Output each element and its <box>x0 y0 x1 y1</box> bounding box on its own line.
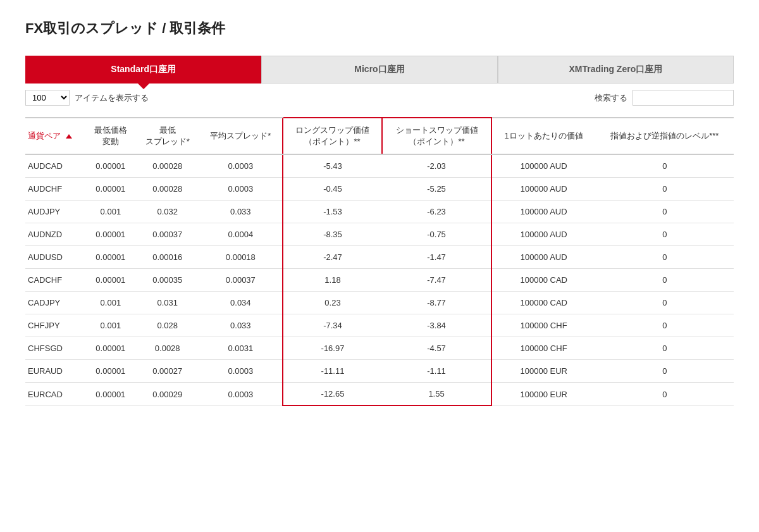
cell-stop-level: 0 <box>596 223 734 246</box>
items-per-page-select[interactable]: 100 50 25 <box>25 90 70 106</box>
th-avg-spread: 平均スプレッド* <box>199 118 283 154</box>
cell-lot-value: 100000 AUD <box>491 201 596 223</box>
cell-min-spread: 0.0028 <box>136 337 199 360</box>
cell-long-swap: -11.11 <box>283 360 382 383</box>
search-input[interactable] <box>632 90 734 106</box>
cell-min-change: 0.00001 <box>85 383 135 406</box>
th-pair[interactable]: 通貨ペア <box>25 118 85 154</box>
cell-lot-value: 100000 EUR <box>491 383 596 406</box>
cell-min-spread: 0.00016 <box>136 246 199 269</box>
table-row: EURCAD 0.00001 0.00029 0.0003 -12.65 1.5… <box>25 383 734 406</box>
table-row: EURAUD 0.00001 0.00027 0.0003 -11.11 -1.… <box>25 360 734 383</box>
cell-long-swap: -2.47 <box>283 246 382 269</box>
items-per-page-control: 100 50 25 アイテムを表示する <box>25 90 149 106</box>
cell-avg-spread: 0.0003 <box>199 178 283 201</box>
cell-short-swap: -2.03 <box>382 154 491 178</box>
cell-min-change: 0.00001 <box>85 360 135 383</box>
cell-short-swap: -1.47 <box>382 246 491 269</box>
cell-avg-spread: 0.0004 <box>199 223 283 246</box>
cell-lot-value: 100000 AUD <box>491 246 596 269</box>
cell-min-change: 0.00001 <box>85 337 135 360</box>
tab-micro[interactable]: Micro口座用 <box>261 56 497 84</box>
page-title: FX取引のスプレッド / 取引条件 <box>25 19 734 38</box>
sort-arrow-icon <box>66 134 72 139</box>
cell-long-swap: -12.65 <box>283 383 382 406</box>
cell-stop-level: 0 <box>596 383 734 406</box>
table-row: AUDCHF 0.00001 0.00028 0.0003 -0.45 -5.2… <box>25 178 734 201</box>
cell-min-spread: 0.032 <box>136 201 199 223</box>
cell-pair: CHFSGD <box>25 337 85 360</box>
search-area: 検索する <box>595 90 734 106</box>
toolbar: 100 50 25 アイテムを表示する 検索する <box>25 90 734 106</box>
cell-min-spread: 0.00029 <box>136 383 199 406</box>
cell-pair: AUDJPY <box>25 201 85 223</box>
cell-stop-level: 0 <box>596 269 734 292</box>
cell-short-swap: 1.55 <box>382 383 491 406</box>
cell-pair: AUDNZD <box>25 223 85 246</box>
cell-short-swap: -7.47 <box>382 269 491 292</box>
th-min-change: 最低価格 変動 <box>85 118 135 154</box>
cell-pair: EURCAD <box>25 383 85 406</box>
cell-min-change: 0.001 <box>85 292 135 314</box>
table-row: CADCHF 0.00001 0.00035 0.00037 1.18 -7.4… <box>25 269 734 292</box>
cell-min-spread: 0.00037 <box>136 223 199 246</box>
cell-pair: AUDCHF <box>25 178 85 201</box>
table-row: AUDCAD 0.00001 0.00028 0.0003 -5.43 -2.0… <box>25 154 734 178</box>
cell-min-spread: 0.00028 <box>136 178 199 201</box>
cell-stop-level: 0 <box>596 292 734 314</box>
cell-long-swap: -5.43 <box>283 154 382 178</box>
table-row: CHFJPY 0.001 0.028 0.033 -7.34 -3.84 100… <box>25 314 734 337</box>
cell-long-swap: -8.35 <box>283 223 382 246</box>
cell-min-change: 0.00001 <box>85 246 135 269</box>
th-lot-value: 1ロットあたりの価値 <box>491 118 596 154</box>
cell-lot-value: 100000 AUD <box>491 178 596 201</box>
cell-avg-spread: 0.0031 <box>199 337 283 360</box>
cell-short-swap: -3.84 <box>382 314 491 337</box>
cell-min-spread: 0.00028 <box>136 154 199 178</box>
cell-lot-value: 100000 CAD <box>491 292 596 314</box>
th-stop-level: 指値および逆指値のレベル*** <box>596 118 734 154</box>
cell-long-swap: -7.34 <box>283 314 382 337</box>
cell-min-change: 0.00001 <box>85 178 135 201</box>
cell-short-swap: -4.57 <box>382 337 491 360</box>
th-short-swap: ショートスワップ価値 （ポイント）** <box>382 118 491 154</box>
cell-avg-spread: 0.0003 <box>199 154 283 178</box>
cell-stop-level: 0 <box>596 201 734 223</box>
tab-standard[interactable]: Standard口座用 <box>25 56 261 84</box>
cell-short-swap: -1.11 <box>382 360 491 383</box>
cell-long-swap: 1.18 <box>283 269 382 292</box>
cell-min-change: 0.00001 <box>85 269 135 292</box>
table-body: AUDCAD 0.00001 0.00028 0.0003 -5.43 -2.0… <box>25 154 734 405</box>
tab-bar: Standard口座用 Micro口座用 XMTrading Zero口座用 <box>25 56 734 84</box>
th-long-swap: ロングスワップ価値 （ポイント）** <box>283 118 382 154</box>
cell-lot-value: 100000 EUR <box>491 360 596 383</box>
cell-stop-level: 0 <box>596 314 734 337</box>
table-row: AUDNZD 0.00001 0.00037 0.0004 -8.35 -0.7… <box>25 223 734 246</box>
cell-stop-level: 0 <box>596 360 734 383</box>
cell-pair: AUDUSD <box>25 246 85 269</box>
cell-stop-level: 0 <box>596 337 734 360</box>
cell-min-spread: 0.00027 <box>136 360 199 383</box>
cell-avg-spread: 0.00018 <box>199 246 283 269</box>
cell-lot-value: 100000 AUD <box>491 154 596 178</box>
cell-pair: CADJPY <box>25 292 85 314</box>
table-row: AUDUSD 0.00001 0.00016 0.00018 -2.47 -1.… <box>25 246 734 269</box>
cell-avg-spread: 0.0003 <box>199 360 283 383</box>
table-header-row: 通貨ペア 最低価格 変動 最低 スプレッド* 平均スプレッド* ロングスワップ価… <box>25 118 734 154</box>
cell-pair: AUDCAD <box>25 154 85 178</box>
cell-avg-spread: 0.033 <box>199 314 283 337</box>
cell-avg-spread: 0.0003 <box>199 383 283 406</box>
cell-short-swap: -8.77 <box>382 292 491 314</box>
cell-short-swap: -6.23 <box>382 201 491 223</box>
cell-avg-spread: 0.033 <box>199 201 283 223</box>
cell-avg-spread: 0.034 <box>199 292 283 314</box>
cell-stop-level: 0 <box>596 178 734 201</box>
tab-zero[interactable]: XMTrading Zero口座用 <box>498 56 734 84</box>
cell-pair: CHFJPY <box>25 314 85 337</box>
items-per-page-label: アイテムを表示する <box>75 92 149 104</box>
cell-min-change: 0.001 <box>85 201 135 223</box>
table-row: CADJPY 0.001 0.031 0.034 0.23 -8.77 1000… <box>25 292 734 314</box>
cell-min-spread: 0.028 <box>136 314 199 337</box>
cell-min-spread: 0.00035 <box>136 269 199 292</box>
cell-pair: CADCHF <box>25 269 85 292</box>
